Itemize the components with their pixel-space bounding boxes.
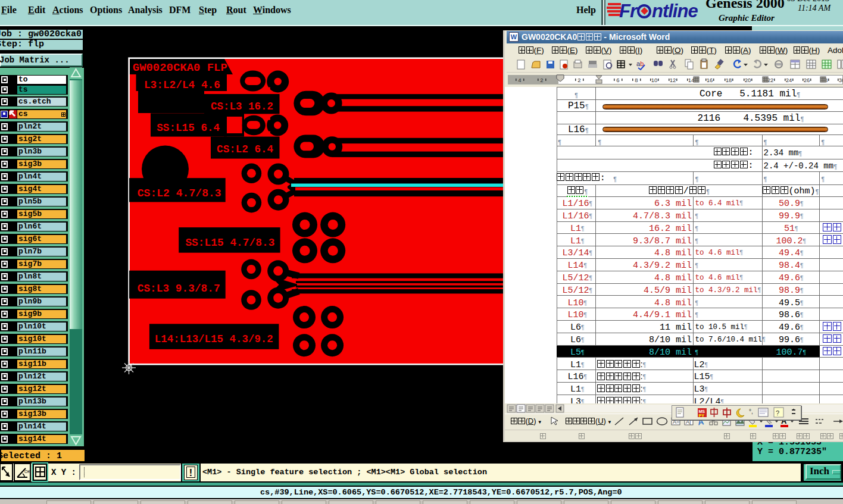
svg-text:SS:L15 6.4: SS:L15 6.4: [157, 122, 220, 134]
svg-text:GW0020CKA0 FLP: GW0020CKA0 FLP: [133, 61, 227, 74]
svg-text:SS:L15 4.7/8.3: SS:L15 4.7/8.3: [185, 237, 274, 249]
svg-text:CS:L2 6.4: CS:L2 6.4: [217, 143, 273, 155]
svg-text:°,: °,: [749, 408, 753, 415]
svg-text:OK: OK: [24, 469, 30, 474]
svg-text:10: 10: [651, 77, 658, 83]
svg-text:?: ?: [776, 409, 779, 417]
svg-text:16: 16: [707, 77, 713, 83]
svg-text:30: 30: [839, 77, 843, 83]
svg-text:24: 24: [786, 77, 792, 83]
svg-text:CS:L3 16.2: CS:L3 16.2: [211, 101, 273, 112]
svg-text:L14:L13/L15 4.3/9.2: L14:L13/L15 4.3/9.2: [155, 333, 273, 345]
svg-text:L3:L2/L4 4.6: L3:L2/L4 4.6: [144, 79, 220, 91]
svg-text:20: 20: [745, 77, 751, 83]
svg-text:CS:L2 4.7/8.3: CS:L2 4.7/8.3: [138, 187, 221, 199]
svg-text:6: 6: [616, 77, 619, 83]
svg-text:2: 2: [577, 77, 580, 83]
svg-text:PY: PY: [699, 414, 705, 418]
svg-text:26: 26: [804, 77, 810, 83]
svg-text:ab: ab: [636, 60, 644, 67]
svg-text:2: 2: [540, 77, 543, 83]
svg-text:12: 12: [670, 77, 676, 83]
svg-text:18: 18: [726, 77, 732, 83]
svg-text:4: 4: [518, 77, 521, 83]
svg-text:8: 8: [635, 77, 638, 83]
svg-text:CS:L3 9.3/8.7: CS:L3 9.3/8.7: [138, 283, 220, 295]
